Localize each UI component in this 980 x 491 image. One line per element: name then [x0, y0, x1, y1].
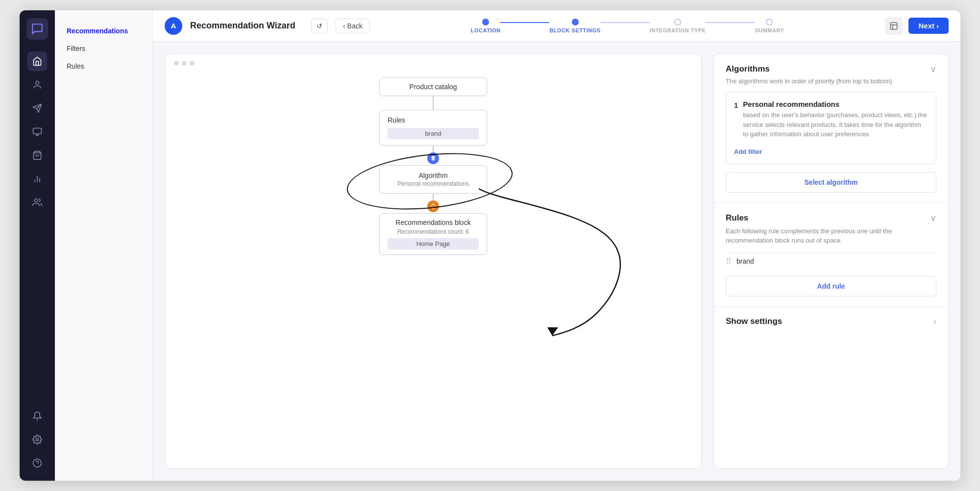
step-location-dot	[482, 19, 489, 25]
algorithms-section: Algorithms ∨ The algorithms work in orde…	[714, 54, 948, 203]
right-panel: Algorithms ∨ The algorithms work in orde…	[713, 53, 949, 469]
rule-item-brand: ⠿ brand	[726, 252, 936, 270]
step-summary: SUMMARY	[755, 19, 784, 33]
rules-section-header[interactable]: Rules ∨	[726, 213, 936, 223]
connector-product-rules	[433, 96, 434, 110]
algorithms-title: Algorithms	[726, 64, 770, 74]
rules-description: Each following rule complements the prev…	[726, 226, 936, 246]
canvas-dots	[174, 61, 195, 66]
step-integration-type: INTEGRATION TYPE	[650, 19, 706, 33]
sidebar-item-send[interactable]	[27, 98, 47, 118]
canvas-dot-3	[190, 61, 195, 66]
svg-rect-14	[891, 23, 898, 29]
rules-section: Rules ∨ Each following rule complements …	[714, 203, 948, 307]
product-catalog-node: Product catalog	[379, 77, 487, 96]
undo-button[interactable]: ↺	[311, 19, 328, 33]
nav-item-recommendations[interactable]: Recommendations	[55, 22, 152, 40]
svg-point-10	[34, 199, 38, 202]
show-settings-chevron-icon: ›	[933, 317, 936, 327]
nav-item-rules[interactable]: Rules	[55, 57, 152, 75]
step-block-settings-dot	[572, 19, 579, 25]
sidebar-item-chart[interactable]	[27, 169, 47, 189]
show-settings-title: Show settings	[726, 317, 782, 326]
logo	[26, 18, 48, 40]
left-navigation: Recommendations Filters Rules	[55, 10, 153, 481]
rec-connector-icon	[427, 200, 439, 212]
sidebar-item-team[interactable]	[27, 193, 47, 212]
rec-block-title: Recommendations block	[388, 219, 479, 226]
connector-algo-rec	[427, 194, 439, 213]
nav-item-filters[interactable]: Filters	[55, 40, 152, 57]
next-button[interactable]: Next ›	[908, 18, 949, 34]
sidebar	[20, 10, 55, 481]
rule-drag-handle-icon[interactable]: ⠿	[726, 257, 732, 266]
rules-title: Rules	[726, 213, 748, 223]
algo-desc: based on the user's behavior (purchases,…	[743, 110, 928, 139]
algorithm-node: Algorithm Personal recommendations	[379, 165, 487, 194]
step-integration-type-label: INTEGRATION TYPE	[650, 27, 706, 33]
add-filter-button[interactable]: Add filter	[734, 148, 762, 155]
back-arrow-icon: ‹	[343, 22, 345, 30]
next-arrow-icon: ›	[936, 22, 939, 30]
step-summary-dot	[766, 19, 773, 25]
canvas-dot-1	[174, 61, 179, 66]
rules-node-title: Rules	[388, 116, 479, 124]
page-title: Recommendation Wizard	[190, 21, 295, 31]
algorithms-section-header[interactable]: Algorithms ∨	[726, 64, 936, 74]
step-block-settings: BLOCK SETTINGS	[549, 19, 600, 33]
sidebar-item-settings[interactable]	[27, 430, 47, 449]
step-summary-label: SUMMARY	[755, 27, 784, 33]
content-area: Product catalog Rules brand	[153, 42, 960, 481]
algo-number: 1	[734, 101, 738, 109]
rules-node-brand-tag: brand	[388, 128, 479, 139]
algo-name: Personal recommendations	[743, 100, 928, 108]
add-rule-button[interactable]: Add rule	[726, 276, 936, 296]
connector-3	[706, 22, 755, 23]
step-block-settings-label: BLOCK SETTINGS	[549, 27, 600, 33]
topbar-right: Next ›	[885, 17, 949, 35]
step-location-label: LOCATION	[471, 27, 501, 33]
back-button[interactable]: ‹ Back	[336, 19, 370, 33]
rec-block-sub: Recommendations count: 6	[388, 228, 479, 235]
rules-node: Rules brand	[379, 110, 487, 146]
rule-label-brand: brand	[736, 257, 754, 265]
rules-chevron-icon: ∨	[930, 213, 936, 223]
connector-1	[500, 22, 549, 23]
connector-2	[601, 22, 650, 23]
step-integration-type-dot	[674, 19, 681, 25]
svg-point-11	[36, 439, 39, 441]
canvas-inner: Product catalog Rules brand	[177, 66, 689, 457]
step-location: LOCATION	[471, 19, 501, 33]
svg-point-0	[36, 81, 39, 85]
wizard-steps: LOCATION BLOCK SETTINGS INTEGRATION TYPE	[378, 19, 878, 33]
app-window: Recommendations Filters Rules A Recommen…	[20, 10, 960, 481]
algorithm-node-title: Algorithm	[388, 172, 479, 179]
main-area: A Recommendation Wizard ↺ ‹ Back LOCATIO…	[153, 10, 960, 481]
avatar: A	[165, 17, 182, 35]
sidebar-item-shopping[interactable]	[27, 146, 47, 165]
sidebar-item-home[interactable]	[27, 51, 47, 71]
algorithms-subtitle: The algorithms work in order of priority…	[726, 77, 936, 85]
algo-connector-icon	[427, 152, 439, 164]
select-algorithm-button[interactable]: Select algorithm	[726, 172, 936, 193]
rec-block-tag: Home Page	[388, 238, 479, 249]
recommendations-block-node: Recommendations block Recommendations co…	[379, 213, 487, 255]
sidebar-item-users[interactable]	[27, 75, 47, 95]
algorithm-card-1: 1 Personal recommendations based on the …	[726, 92, 936, 164]
save-icon-button[interactable]	[885, 17, 903, 35]
canvas-dot-2	[182, 61, 187, 66]
sidebar-item-monitor[interactable]	[27, 122, 47, 142]
algorithm-node-sub: Personal recommendations	[388, 180, 479, 187]
show-settings-row[interactable]: Show settings ›	[714, 307, 948, 337]
topbar: A Recommendation Wizard ↺ ‹ Back LOCATIO…	[153, 10, 960, 42]
sidebar-item-bell[interactable]	[27, 406, 47, 426]
connector-rules-algo	[427, 146, 439, 165]
algorithms-chevron-icon: ∨	[930, 64, 936, 74]
svg-rect-3	[33, 128, 42, 134]
canvas: Product catalog Rules brand	[165, 53, 702, 469]
sidebar-item-help[interactable]	[27, 453, 47, 473]
